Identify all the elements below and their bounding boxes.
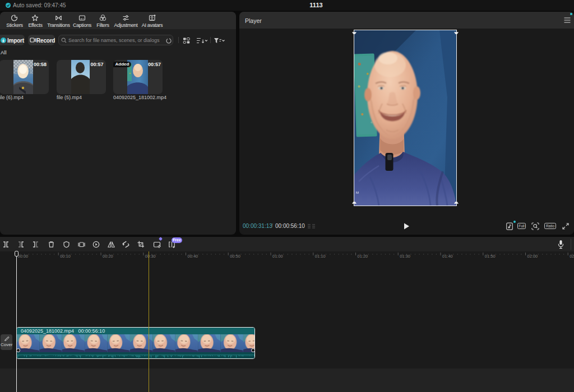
svg-text:02:10: 02:10 [570, 254, 574, 259]
svg-text:01:00: 01:00 [272, 254, 283, 259]
svg-text:00:10: 00:10 [60, 254, 71, 259]
svg-text:00:50: 00:50 [230, 254, 240, 259]
svg-text:00:20: 00:20 [103, 254, 113, 259]
svg-text:01:10: 01:10 [315, 254, 326, 259]
svg-text:01:40: 01:40 [442, 254, 453, 259]
svg-text:M: M [356, 191, 359, 194]
svg-text:00:30: 00:30 [145, 254, 156, 259]
svg-text:00:00: 00:00 [18, 254, 29, 259]
svg-text:01:50: 01:50 [485, 254, 496, 259]
svg-text:01:20: 01:20 [358, 254, 368, 259]
svg-text:00:40: 00:40 [188, 254, 198, 259]
svg-text:02:00: 02:00 [527, 254, 538, 259]
svg-text:01:30: 01:30 [400, 254, 410, 259]
